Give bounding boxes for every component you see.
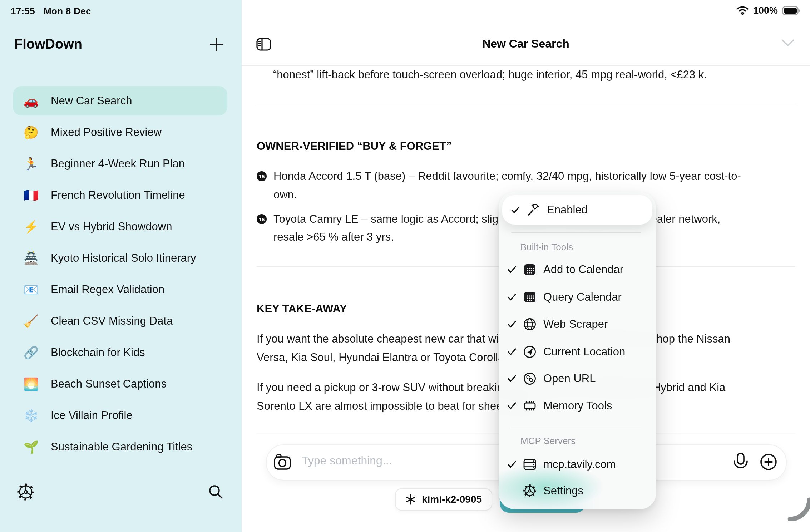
- sidebar-item-sustainable-gardening[interactable]: 🌱 Sustainable Gardening Titles: [13, 432, 227, 462]
- checkmark-icon: [511, 206, 520, 214]
- sidebar-item-label: Beginner 4-Week Run Plan: [51, 157, 185, 170]
- sidebar-item-label: Mixed Positive Review: [51, 126, 162, 139]
- calendar-icon: [522, 263, 538, 276]
- list-number-badge: 15: [257, 171, 267, 181]
- sidebar-item-ev-vs-hybrid[interactable]: ⚡ EV vs Hybrid Showdown: [13, 212, 227, 241]
- new-chat-button[interactable]: [208, 36, 225, 53]
- list-number-badge: 16: [257, 214, 267, 224]
- menu-item-settings[interactable]: Settings: [499, 477, 656, 505]
- sidebar-item-label: Clean CSV Missing Data: [51, 315, 173, 327]
- sidebar-item-ice-villain[interactable]: ❄️ Ice Villain Profile: [13, 401, 227, 430]
- checkmark-icon: [507, 266, 517, 274]
- sidebar-item-new-car-search[interactable]: 🚗 New Car Search: [13, 86, 227, 115]
- email-emoji-icon: 📧: [21, 282, 41, 297]
- app-title: FlowDown: [14, 36, 82, 52]
- menu-item-label: Enabled: [547, 203, 588, 216]
- section-heading: KEY TAKE-AWAY: [257, 301, 347, 316]
- gear-icon: [522, 484, 538, 498]
- attachments-button[interactable]: [759, 453, 778, 471]
- checkmark-icon: [507, 293, 517, 301]
- sidebar-item-label: EV vs Hybrid Showdown: [51, 220, 172, 233]
- content-divider: [257, 104, 795, 104]
- menu-item-memory-tools[interactable]: Memory Tools: [499, 392, 656, 420]
- wifi-icon: [736, 6, 749, 16]
- loading-arc: [785, 495, 810, 521]
- sidebar-item-email-regex[interactable]: 📧 Email Regex Validation: [13, 275, 227, 304]
- paragraph-line: Sorento LX are almost impossible to beat…: [257, 399, 539, 414]
- camera-icon: [273, 453, 292, 471]
- search-button[interactable]: [207, 483, 225, 501]
- menu-item-query-calendar[interactable]: Query Calendar: [499, 283, 656, 311]
- lightning-emoji-icon: ⚡: [21, 220, 41, 234]
- menu-item-enabled[interactable]: Enabled: [502, 195, 652, 225]
- menu-item-label: mcp.tavily.com: [543, 458, 616, 471]
- list-item-line: own.: [273, 187, 297, 202]
- message-line: “honest” lift-back before touch-screen o…: [273, 67, 707, 82]
- battery-icon: [782, 6, 801, 15]
- tools-popup-menu: Enabled Built-in Tools Add to Calendar: [499, 192, 656, 509]
- menu-separator: [511, 232, 641, 233]
- castle-emoji-icon: 🏯: [21, 251, 41, 265]
- menu-item-open-url[interactable]: Open URL: [499, 365, 656, 393]
- title-menu-button[interactable]: [781, 39, 795, 47]
- menu-item-add-to-calendar[interactable]: Add to Calendar: [499, 256, 656, 284]
- sidebar-item-blockchain-kids[interactable]: 🔗 Blockchain for Kids: [13, 338, 227, 367]
- camera-button[interactable]: [273, 453, 292, 471]
- sidebar-item-kyoto-itinerary[interactable]: 🏯 Kyoto Historical Solo Itinerary: [13, 243, 227, 273]
- menu-item-label: Current Location: [543, 345, 625, 358]
- menu-separator: [511, 427, 641, 427]
- paragraph-line: If you want the absolute cheapest new ca…: [257, 331, 730, 346]
- sidebar-item-label: Sustainable Gardening Titles: [51, 440, 192, 453]
- location-icon: [522, 345, 538, 359]
- sidebar-item-french-revolution[interactable]: 🇫🇷 French Revolution Timeline: [13, 181, 227, 210]
- sidebar-item-label: Kyoto Historical Solo Itinerary: [51, 252, 196, 265]
- status-time: 17:55: [11, 6, 35, 17]
- broom-emoji-icon: 🧹: [21, 314, 41, 328]
- paragraph-line: Versa, Kia Soul, Hyundai Elantra or Toyo…: [257, 350, 507, 365]
- memory-chip-icon: [522, 400, 538, 412]
- link-icon: [522, 372, 538, 385]
- mic-icon: [731, 452, 750, 472]
- sidebar: 17:55 Mon 8 Dec FlowDown 🚗 New Car Searc…: [0, 0, 242, 532]
- menu-item-current-location[interactable]: Current Location: [499, 338, 656, 366]
- asterisk-icon: [405, 494, 416, 505]
- menu-section-header: Built-in Tools: [520, 242, 573, 253]
- dictation-button[interactable]: [731, 452, 750, 472]
- seedling-emoji-icon: 🌱: [21, 440, 41, 454]
- server-icon: [522, 458, 538, 471]
- model-selector[interactable]: kimi-k2-0905: [395, 488, 492, 511]
- sidebar-item-label: New Car Search: [51, 94, 132, 107]
- list-item-line: resale >65 % after 3 yrs.: [273, 230, 394, 245]
- gear-icon: [17, 483, 35, 501]
- sunrise-emoji-icon: 🌅: [21, 377, 41, 391]
- sidebar-item-beach-sunset[interactable]: 🌅 Beach Sunset Captions: [13, 369, 227, 399]
- menu-item-label: Memory Tools: [543, 399, 612, 412]
- sidebar-item-label: Blockchain for Kids: [51, 346, 145, 359]
- chevron-down-icon: [781, 39, 795, 47]
- header-divider: [242, 65, 810, 66]
- plus-circle-icon: [759, 453, 778, 471]
- sidebar-item-clean-csv[interactable]: 🧹 Clean CSV Missing Data: [13, 306, 227, 336]
- sidebar-item-label: Email Regex Validation: [51, 283, 164, 296]
- menu-item-label: Add to Calendar: [543, 263, 623, 276]
- checkmark-icon: [507, 348, 517, 356]
- status-bar-right: 100%: [736, 5, 801, 16]
- menu-item-label: Settings: [543, 484, 583, 497]
- menu-item-label: Web Scraper: [543, 318, 608, 331]
- hammer-icon: [525, 203, 542, 217]
- flowdown-app: 17:55 Mon 8 Dec FlowDown 🚗 New Car Searc…: [0, 0, 810, 532]
- snowflake-emoji-icon: ❄️: [21, 408, 41, 423]
- settings-gear-button[interactable]: [16, 483, 35, 501]
- sidebar-item-label: French Revolution Timeline: [51, 189, 185, 202]
- input-placeholder: Type something...: [302, 454, 392, 467]
- model-name: kimi-k2-0905: [422, 494, 482, 505]
- menu-item-label: Query Calendar: [543, 291, 622, 304]
- list-item-line: Honda Accord 1.5 T (base) – Reddit favou…: [273, 169, 741, 184]
- menu-item-web-scraper[interactable]: Web Scraper: [499, 310, 656, 338]
- status-date: Mon 8 Dec: [44, 6, 91, 17]
- thinking-emoji-icon: 🤔: [21, 125, 41, 139]
- sidebar-item-run-plan[interactable]: 🏃 Beginner 4-Week Run Plan: [13, 149, 227, 178]
- calendar-icon: [522, 291, 538, 303]
- menu-item-mcp-tavily[interactable]: mcp.tavily.com: [499, 450, 656, 478]
- sidebar-item-mixed-positive-review[interactable]: 🤔 Mixed Positive Review: [13, 118, 227, 147]
